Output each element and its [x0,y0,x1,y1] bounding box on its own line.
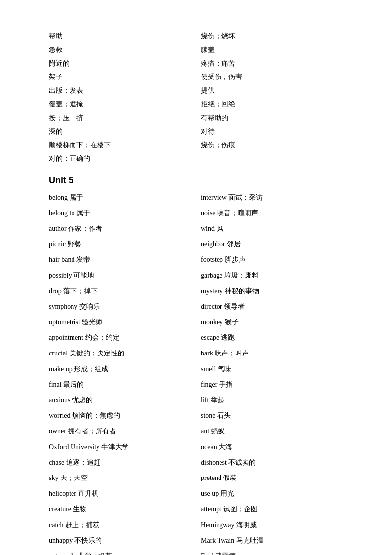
list-item: mystery 神秘的事物 [201,284,343,298]
list-item: belong to 属于 [49,206,191,220]
list-item: symphony 交响乐 [49,300,191,314]
list-item: optometrist 验光师 [49,315,191,329]
unit5-vocab-grid: belong 属于interview 面试；采访belong to 属于nois… [49,191,343,555]
list-item: crucial 关键的；决定性的 [49,347,191,360]
list-item: smell 气味 [201,362,343,376]
list-item: Mark Twain 马克吐温 [201,534,343,548]
list-item: creature 生物 [49,503,191,516]
list-item: 拒绝；回绝 [201,98,343,111]
list-item: noise 噪音；喧闹声 [201,206,343,220]
list-item: stone 石头 [201,409,343,423]
list-item: 使受伤；伤害 [201,70,343,84]
list-item: unhappy 不快乐的 [49,534,191,548]
list-item: worried 烦恼的；焦虑的 [49,409,191,423]
list-item: final 最后的 [49,378,191,392]
list-item: Hemingway 海明威 [201,518,343,532]
list-item: 出版；发表 [49,84,191,98]
list-item: 烧伤；伤痕 [201,138,343,152]
list-item: director 领导者 [201,300,343,314]
unit5-header: Unit 5 [49,176,343,186]
list-item: extremely 非常；极其 [49,549,191,555]
list-item: 覆盖；遮掩 [49,98,191,111]
list-item: pretend 假装 [201,471,343,485]
list-item: 对的；正确的 [49,152,191,166]
intro-left-col: 帮助 急救 附近的 架子 出版；发表 覆盖；遮掩 按；压；挤 深的 顺楼梯而下；… [49,29,191,166]
list-item: 提供 [201,84,343,98]
list-item: 架子 [49,70,191,84]
list-item: helicopter 直升机 [49,487,191,501]
list-item: make up 形成；组成 [49,362,191,376]
list-item: anxious 忧虑的 [49,393,191,407]
list-item: owner 拥有者；所有者 [49,425,191,438]
list-item: bark 吠声；叫声 [201,347,343,360]
intro-right-col: 烧伤；烧坏 膝盖 疼痛；痛苦 使受伤；伤害 提供 拒绝；回绝 有帮助的 对待 烧… [201,29,343,166]
list-item: ant 蚂蚁 [201,425,343,438]
list-item: Oxford University 牛津大学 [49,440,191,454]
list-item: use up 用光 [201,487,343,501]
list-item: finger 手指 [201,378,343,392]
list-item: hair band 发带 [49,253,191,267]
list-item: 疼痛；痛苦 [201,57,343,71]
list-item: author 作家；作者 [49,222,191,236]
list-item: 膝盖 [201,43,343,57]
list-item: appointment 约会；约定 [49,331,191,345]
list-item: escape 逃跑 [201,331,343,345]
list-item: drop 落下；掉下 [49,284,191,298]
list-item: monkey 猴子 [201,315,343,329]
list-item: chase 追逐；追赶 [49,456,191,470]
list-item: belong 属于 [49,191,191,204]
list-item: 深的 [49,125,191,139]
list-item: catch 赶上；捕获 [49,518,191,532]
list-item: 附近的 [49,57,191,71]
list-item: 烧伤；烧坏 [201,29,343,43]
list-item: lift 举起 [201,393,343,407]
list-item: garbage 垃圾；废料 [201,269,343,282]
list-item: ocean 大海 [201,440,343,454]
list-item: attempt 试图；企图 [201,503,343,516]
list-item: 按；压；挤 [49,111,191,125]
list-item: possibly 可能地 [49,269,191,282]
intro-vocab-grid: 帮助 急救 附近的 架子 出版；发表 覆盖；遮掩 按；压；挤 深的 顺楼梯而下；… [49,29,343,166]
list-item: interview 面试；采访 [201,191,343,204]
list-item: 急救 [49,43,191,57]
list-item: footstep 脚步声 [201,253,343,267]
list-item: sky 天；天空 [49,471,191,485]
list-item: wind 风 [201,222,343,236]
list-item: 有帮助的 [201,111,343,125]
list-item: 顺楼梯而下；在楼下 [49,138,191,152]
list-item: 帮助 [49,29,191,43]
list-item: dishonest 不诚实的 [201,456,343,470]
list-item: 对待 [201,125,343,139]
list-item: neighbor 邻居 [201,237,343,251]
list-item: picnic 野餐 [49,237,191,251]
list-item: Fred 弗雷德 [201,549,343,555]
